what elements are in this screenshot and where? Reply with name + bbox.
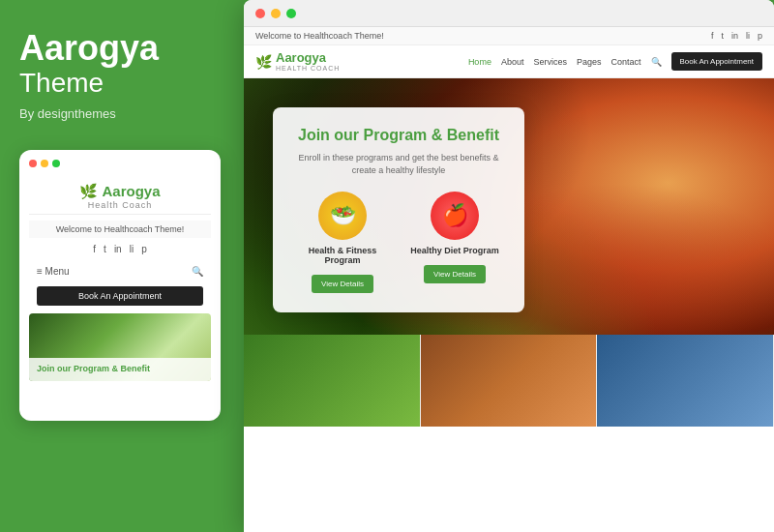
- tw-icon[interactable]: t: [721, 31, 724, 41]
- mockup-logo-name: 🌿 Aarogya: [29, 183, 211, 200]
- diet-emoji: 🍎: [442, 203, 468, 228]
- thumb-bg-2: [421, 335, 597, 427]
- mockup-welcome-text: Welcome to Healthcoach Theme!: [29, 221, 211, 238]
- ig-icon[interactable]: in: [731, 31, 738, 41]
- site-topbar: Welcome to Healthcoach Theme! f t in li …: [244, 27, 774, 45]
- twitter-icon: t: [104, 244, 106, 254]
- site-logo-sub: Health Coach: [276, 65, 340, 72]
- browser-minimize-dot[interactable]: [271, 9, 281, 18]
- fb-icon[interactable]: f: [711, 31, 714, 41]
- nav-services[interactable]: Services: [533, 57, 567, 67]
- mockup-menu-label[interactable]: ≡ Menu: [37, 266, 70, 277]
- browser-expand-dot[interactable]: [286, 9, 296, 18]
- nav-book-btn[interactable]: Book An Appointment: [671, 52, 763, 71]
- program-card-subtitle: Enroll in these programs and get the bes…: [292, 152, 505, 176]
- site-nav: 🌿 Aarogya Health Coach Home About Servic…: [244, 45, 774, 77]
- pi-icon[interactable]: p: [758, 31, 762, 41]
- nav-contact[interactable]: Contact: [610, 57, 640, 67]
- site-leaf-icon: 🌿: [255, 54, 272, 70]
- fitness-view-details-btn[interactable]: View Details: [312, 275, 373, 293]
- search-icon[interactable]: 🔍: [192, 266, 203, 277]
- thumb-3: [597, 335, 774, 427]
- diet-view-details-btn[interactable]: View Details: [424, 265, 486, 283]
- nav-pages[interactable]: Pages: [577, 57, 602, 67]
- li-icon[interactable]: li: [746, 31, 750, 41]
- site-header: Welcome to Healthcoach Theme! f t in li …: [244, 27, 774, 78]
- mockup-menu-row: ≡ Menu 🔍: [29, 262, 211, 281]
- leaf-icon: 🌿: [79, 183, 98, 200]
- browser-chrome: [244, 0, 774, 27]
- nav-search-icon[interactable]: 🔍: [651, 57, 662, 67]
- diet-label: Healthy Diet Program: [404, 246, 505, 255]
- mockup-window-controls: [29, 160, 211, 167]
- fitness-label: Health & Fitness Program: [292, 246, 393, 265]
- site-nav-links: Home About Services Pages Contact 🔍 Book…: [468, 52, 762, 71]
- linkedin-icon: li: [130, 244, 134, 254]
- mockup-hero-text: Join our Program & Benefit: [37, 364, 203, 375]
- thumb-2: [421, 335, 598, 427]
- fitness-emoji: 🥗: [330, 203, 356, 228]
- mockup-minimize-dot: [41, 160, 48, 167]
- hero-section: Join our Program & Benefit Enroll in the…: [244, 78, 774, 427]
- program-card-title: Join our Program & Benefit: [292, 127, 505, 144]
- brand-title: Aarogya: [19, 29, 221, 68]
- nav-about[interactable]: About: [501, 57, 524, 67]
- mockup-hero-overlay: Join our Program & Benefit: [29, 358, 211, 381]
- mockup-expand-dot: [52, 160, 60, 167]
- fitness-icon: 🥗: [318, 192, 367, 240]
- program-card: Join our Program & Benefit Enroll in the…: [273, 107, 524, 312]
- by-line: By designthemes: [19, 106, 221, 121]
- program-items: 🥗 Health & Fitness Program View Details …: [292, 192, 505, 293]
- mobile-mockup: 🌿 Aarogya Health Coach Welcome to Health…: [19, 150, 221, 421]
- mockup-hero-image: Join our Program & Benefit: [29, 313, 211, 381]
- mockup-book-btn[interactable]: Book An Appointment: [37, 286, 203, 306]
- site-logo-name: Aarogya: [276, 51, 340, 65]
- pinterest-icon: p: [141, 244, 147, 254]
- browser-close-dot[interactable]: [255, 9, 265, 18]
- program-item-diet: 🍎 Healthy Diet Program View Details: [404, 192, 505, 293]
- mockup-logo-area: 🌿 Aarogya Health Coach: [29, 175, 211, 215]
- topbar-social: f t in li p: [711, 31, 762, 41]
- thumb-1: [244, 335, 421, 427]
- diet-icon: 🍎: [431, 192, 479, 240]
- brand-theme: Theme: [19, 68, 221, 99]
- desktop-mockup: Welcome to Healthcoach Theme! f t in li …: [244, 0, 774, 532]
- mockup-close-dot: [29, 160, 37, 167]
- left-panel: Aarogya Theme By designthemes 🌿 Aarogya …: [0, 0, 240, 532]
- mockup-social-icons: f t in li p: [29, 244, 211, 254]
- mockup-logo-sub: Health Coach: [29, 200, 211, 210]
- thumb-bg-1: [244, 335, 420, 427]
- instagram-icon: in: [114, 244, 122, 254]
- topbar-welcome: Welcome to Healthcoach Theme!: [255, 31, 384, 41]
- thumbnails-row: [244, 335, 774, 427]
- program-item-fitness: 🥗 Health & Fitness Program View Details: [292, 192, 393, 293]
- site-logo-area: 🌿 Aarogya Health Coach: [255, 51, 340, 72]
- thumb-bg-3: [597, 335, 773, 427]
- nav-home[interactable]: Home: [468, 57, 491, 67]
- facebook-icon: f: [93, 244, 96, 254]
